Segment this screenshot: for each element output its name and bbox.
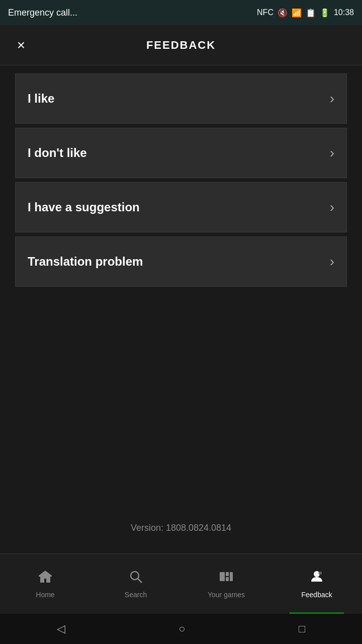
- nav-label-search: Search: [125, 591, 147, 599]
- battery-icon: 🔋: [320, 8, 330, 18]
- sim-icon: 📋: [306, 8, 316, 18]
- svg-line-1: [138, 579, 142, 583]
- chevron-right-icon: ›: [330, 91, 334, 107]
- home-icon: [38, 569, 53, 588]
- feedback-item-label: I have a suggestion: [28, 200, 140, 214]
- home-button[interactable]: ○: [178, 622, 185, 635]
- chevron-right-icon: ›: [330, 254, 334, 270]
- feedback-item-suggestion[interactable]: I have a suggestion ›: [15, 182, 347, 232]
- search-icon: [128, 569, 143, 588]
- close-icon: ×: [17, 37, 25, 53]
- chevron-right-icon: ›: [330, 199, 334, 215]
- time-display: 10:38: [334, 8, 354, 17]
- svg-rect-4: [226, 577, 229, 581]
- recent-button[interactable]: □: [299, 622, 305, 635]
- feedback-item-i-dont-like[interactable]: I don't like ›: [15, 128, 347, 178]
- bottom-navigation: Home Search Your games: [0, 553, 362, 614]
- feedback-item-label: I don't like: [28, 146, 87, 160]
- feedback-item-label: I like: [28, 92, 54, 106]
- status-icons: NFC 🔇 📶 📋 🔋 10:38: [257, 8, 354, 18]
- wifi-icon: 📶: [292, 8, 302, 18]
- status-bar: Emergency call... NFC 🔇 📶 📋 🔋 10:38: [0, 0, 362, 25]
- system-nav-bar: ◁ ○ □: [0, 614, 362, 644]
- nav-item-home[interactable]: Home: [0, 554, 90, 614]
- svg-rect-3: [226, 572, 229, 576]
- page-title: FEEDBACK: [32, 39, 330, 52]
- nfc-icon: NFC: [257, 8, 274, 17]
- feedback-list: I like › I don't like › I have a suggest…: [0, 65, 362, 287]
- svg-rect-2: [220, 572, 225, 581]
- mute-icon: 🔇: [278, 8, 288, 18]
- chevron-right-icon: ›: [330, 145, 334, 161]
- close-button[interactable]: ×: [10, 34, 32, 56]
- page-header: × FEEDBACK: [0, 25, 362, 65]
- feedback-item-i-like[interactable]: I like ›: [15, 73, 347, 124]
- svg-point-0: [131, 572, 139, 580]
- nav-label-feedback: Feedback: [301, 591, 332, 599]
- nav-item-your-games[interactable]: Your games: [181, 554, 272, 614]
- nav-label-home: Home: [36, 591, 54, 599]
- nav-item-feedback[interactable]: Feedback: [272, 554, 362, 614]
- feedback-item-label: Translation problem: [28, 255, 143, 269]
- feedback-item-translation[interactable]: Translation problem ›: [15, 236, 347, 287]
- feedback-nav-icon: [309, 569, 324, 588]
- back-button[interactable]: ◁: [57, 622, 65, 635]
- your-games-icon: [219, 569, 234, 588]
- nav-item-search[interactable]: Search: [90, 554, 181, 614]
- svg-rect-5: [230, 572, 233, 581]
- version-text: Version: 1808.0824.0814: [131, 523, 231, 533]
- version-container: Version: 1808.0824.0814: [0, 523, 362, 533]
- nav-label-your-games: Your games: [208, 591, 245, 599]
- emergency-call-text: Emergency call...: [8, 8, 77, 18]
